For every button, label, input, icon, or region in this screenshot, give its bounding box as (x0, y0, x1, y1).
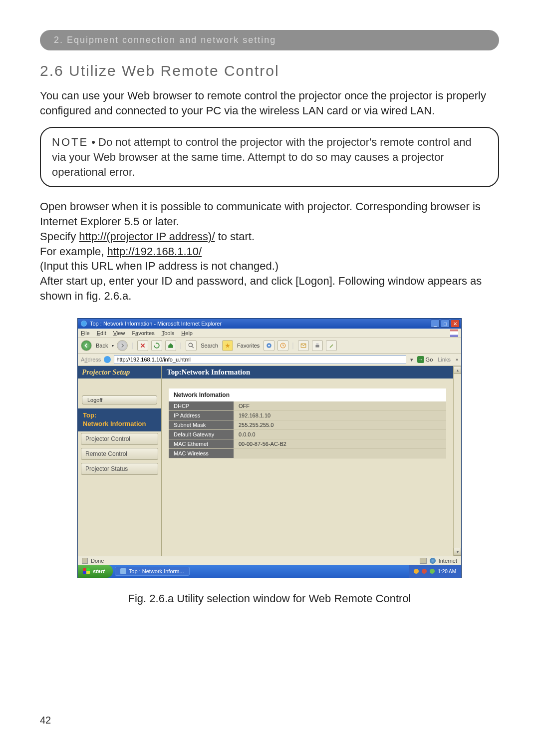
table-row: Subnet Mask255.255.255.0 (169, 420, 446, 430)
scroll-down-icon[interactable]: ▾ (454, 548, 461, 556)
instr-line-2-post: to start. (215, 230, 255, 243)
address-dropdown-icon[interactable]: ▾ (409, 357, 414, 363)
go-label: Go (426, 357, 433, 363)
history-button[interactable] (277, 340, 288, 351)
row-value: OFF (234, 401, 446, 411)
task-label: Top : Network Inform... (129, 568, 184, 574)
scrollbar[interactable]: ▴ ▾ (453, 366, 461, 556)
address-label: Address (81, 357, 101, 363)
mail-button[interactable] (298, 340, 309, 351)
back-button[interactable] (81, 340, 92, 351)
row-key: IP Address (169, 411, 234, 420)
svg-line-1 (192, 346, 194, 348)
menu-tools[interactable]: Tools (162, 330, 175, 336)
taskbar: start Top : Network Inform... 1:20 AM (78, 565, 461, 578)
print-button[interactable] (312, 340, 323, 351)
ie-titlebar: Top : Network Information - Microsoft In… (78, 319, 461, 329)
close-button[interactable]: ✕ (451, 320, 460, 328)
maximize-button[interactable]: □ (441, 320, 450, 328)
note-label: NOTE (52, 136, 88, 148)
ie-status-bar: Done Internet (78, 556, 461, 565)
row-value: 0.0.0.0 (234, 430, 446, 439)
favorites-label[interactable]: Favorites (236, 343, 261, 349)
sidebar-brand: Projector Setup (78, 366, 161, 378)
menu-help[interactable]: Help (181, 330, 193, 336)
status-text: Done (91, 558, 104, 564)
ie-window: Top : Network Information - Microsoft In… (77, 318, 462, 578)
table-row: MAC Ethernet00-00-87-56-AC-B2 (169, 439, 446, 449)
menu-favorites[interactable]: Favorites (132, 330, 154, 336)
instr-line-1: Open browser when it is possible to comm… (40, 200, 481, 228)
links-label[interactable]: Links (436, 357, 453, 363)
network-info-table: DHCPOFF IP Address192.168.1.10 Subnet Ma… (169, 401, 446, 458)
ie-logo-icon (81, 321, 87, 327)
minimize-button[interactable]: _ (431, 320, 440, 328)
tray-icon[interactable] (414, 569, 419, 574)
go-button[interactable]: → Go (417, 356, 433, 363)
section-heading: 2.6 Utilize Web Remote Control (40, 62, 499, 79)
forward-button[interactable] (117, 340, 128, 351)
status-pane-icon (420, 558, 427, 564)
scroll-up-icon[interactable]: ▴ (454, 366, 461, 374)
instr-line-5: After start up, enter your ID and passwo… (40, 275, 482, 302)
page-content: Projector Setup Logoff Top: Network Info… (78, 366, 461, 556)
start-button[interactable]: start (78, 565, 113, 578)
window-title: Top : Network Information - Microsoft In… (90, 321, 222, 327)
main-header: Top:Network Information (162, 366, 453, 378)
back-dropdown-icon[interactable]: ▾ (112, 344, 114, 348)
logoff-button[interactable]: Logoff (82, 395, 157, 404)
row-key: MAC Wireless (169, 449, 234, 458)
tray-icon[interactable] (422, 569, 427, 574)
internet-zone-icon (430, 558, 436, 564)
edit-button[interactable] (326, 340, 337, 351)
favorites-icon[interactable] (222, 340, 233, 351)
address-input[interactable] (114, 355, 406, 364)
stop-button[interactable] (137, 340, 148, 351)
sidebar-item-network-info[interactable]: Top: Network Information (78, 408, 161, 431)
info-table-title: Network Infomation (169, 388, 446, 401)
document-page: 2. Equipment connection and network sett… (0, 0, 539, 756)
row-key: MAC Ethernet (169, 439, 234, 449)
system-tray[interactable]: 1:20 AM (409, 565, 461, 578)
row-value (234, 449, 446, 458)
sidebar-item-remote-control[interactable]: Remote Control (81, 448, 158, 460)
zone-label: Internet (439, 558, 457, 564)
row-key: Default Gateway (169, 430, 234, 439)
media-button[interactable] (264, 340, 274, 351)
page-icon (104, 356, 111, 363)
clock: 1:20 AM (438, 569, 456, 574)
figure-caption: Fig. 2.6.a Utility selection window for … (40, 592, 499, 605)
instr-line-4: (Input this URL when IP address is not c… (40, 260, 278, 272)
row-value: 255.255.255.0 (234, 420, 446, 430)
tray-icon[interactable] (430, 569, 435, 574)
svg-point-3 (269, 345, 270, 347)
row-value: 00-00-87-56-AC-B2 (234, 439, 446, 449)
sidebar-item-projector-control[interactable]: Projector Control (81, 433, 158, 445)
menu-edit[interactable]: Edit (97, 330, 106, 336)
windows-logo-icon (83, 568, 90, 574)
menu-view[interactable]: View (113, 330, 125, 336)
ie-menubar: File Edit View Favorites Tools Help (78, 329, 461, 338)
taskbar-item[interactable]: Top : Network Inform... (115, 567, 190, 576)
instructions-paragraph: Open browser when it is possible to comm… (40, 199, 499, 303)
sidebar: Projector Setup Logoff Top: Network Info… (78, 366, 162, 556)
search-icon[interactable] (186, 340, 197, 351)
sidebar-active-sub: Network Information (83, 420, 146, 427)
go-icon: → (417, 356, 424, 363)
table-row: IP Address192.168.1.10 (169, 411, 446, 420)
url-template: http://(projector IP address)/ (79, 230, 215, 243)
start-label: start (93, 568, 105, 574)
search-label[interactable]: Search (200, 343, 219, 349)
sidebar-item-projector-status[interactable]: Projector Status (81, 463, 158, 475)
table-row: DHCPOFF (169, 401, 446, 411)
home-button[interactable] (165, 340, 176, 351)
instr-line-3-pre: For example, (40, 245, 107, 258)
links-chevron-icon[interactable]: » (456, 357, 458, 362)
menu-file[interactable]: File (81, 330, 90, 336)
row-key: Subnet Mask (169, 420, 234, 430)
section-bar: 2. Equipment connection and network sett… (40, 30, 499, 50)
table-row: Default Gateway0.0.0.0 (169, 430, 446, 439)
url-example: http://192.168.1.10/ (107, 245, 202, 258)
back-label[interactable]: Back (95, 343, 109, 349)
refresh-button[interactable] (151, 340, 162, 351)
